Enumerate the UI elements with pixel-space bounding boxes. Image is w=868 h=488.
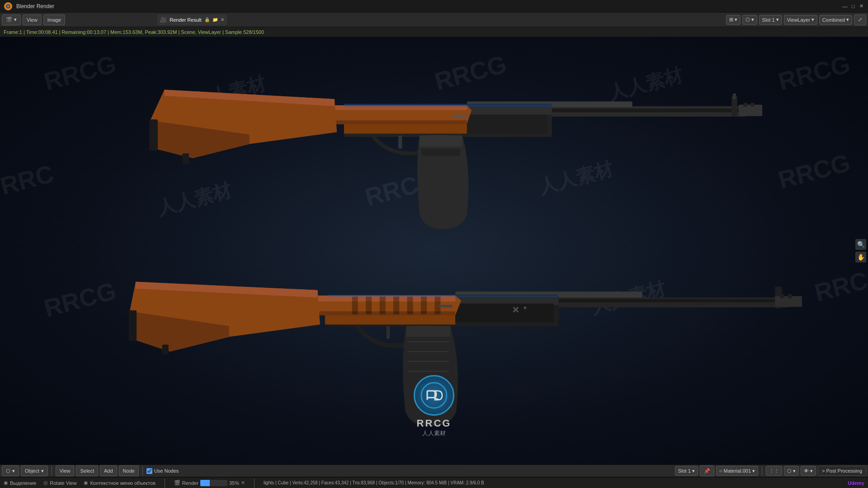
node-view-button[interactable]: View (56, 465, 75, 476)
node-slot-label: Slot 1 (678, 468, 691, 474)
combined-dropdown[interactable]: Combined ▾ (819, 15, 852, 25)
sphere-icon: ○ (719, 468, 722, 474)
post-processing-button[interactable]: > Post Processing (818, 466, 866, 476)
mouse-mid-icon: ◎ (43, 480, 48, 486)
svg-rect-14 (453, 115, 467, 117)
render-progress-fill (200, 480, 210, 486)
mouse-right-icon: ◉ (84, 480, 88, 486)
node-add-button[interactable]: Add (100, 465, 117, 476)
node-select-button[interactable]: Select (76, 465, 98, 476)
pin-icon: 📌 (704, 468, 710, 474)
node-node-label: Node (123, 468, 135, 474)
node-type-dropdown[interactable]: ⬡ ▾ (784, 466, 799, 476)
use-nodes-label: Use Nodes (154, 468, 179, 474)
slot-dropdown[interactable]: Slot 1 ▾ (759, 15, 782, 25)
logo-subtitle: 人人素材 (422, 429, 446, 437)
movie-clip-icon: 🎬 (6, 17, 12, 23)
shield-icon: 🔒 (204, 17, 210, 22)
view-layer-dropdown[interactable]: ViewLayer ▾ (784, 15, 817, 25)
node-view-label: View (60, 468, 71, 474)
render-stop-btn[interactable]: ✕ (241, 480, 245, 486)
render-layer-icon-btn[interactable]: ⬡ ▾ (742, 15, 757, 25)
udemy-label: Udemy (848, 480, 864, 486)
svg-rect-31 (393, 296, 399, 314)
render-viewport: RRCG 人人素材 RRCG 人人素材 RRCG RRC 人人素材 RRCG 人… (0, 37, 868, 465)
hand-cursor-icon[interactable]: ✋ (855, 252, 866, 263)
svg-rect-44 (162, 345, 168, 355)
node-type-icon: ⬡ (787, 468, 792, 474)
separator-1 (52, 466, 52, 475)
slot-label: Slot 1 (762, 17, 775, 23)
maximize-button[interactable]: □ (850, 3, 856, 9)
render-status-bar: Frame:1 | Time:00:08.41 | Remaining:00:1… (0, 27, 868, 37)
svg-rect-35 (128, 310, 136, 341)
svg-point-2 (7, 5, 9, 7)
view-type-dropdown[interactable]: ⊞ ▾ (726, 15, 741, 25)
svg-rect-37 (439, 305, 452, 307)
scene-info-item: lights | Cube | Verts:42,258 | Faces:43,… (264, 480, 484, 485)
node-slot-dropdown[interactable]: Slot 1 ▾ (675, 466, 698, 476)
zoom-icon[interactable]: 🔍 (855, 239, 866, 250)
image-menu-button[interactable]: Image (43, 14, 66, 25)
node-editor-toolbar: ⬡ ▾ Object ▾ View Select Add Node Use No… (0, 465, 868, 477)
editor-type-button[interactable]: 🎬 ▾ (2, 14, 21, 25)
svg-rect-33 (421, 296, 427, 314)
rotate-view-item: ◎ Rotate View (43, 480, 76, 486)
svg-rect-30 (379, 296, 385, 314)
close-tab-icon[interactable]: ✕ (221, 17, 224, 22)
render-pct: 35% (229, 480, 239, 486)
view-menu-button[interactable]: View (23, 14, 42, 25)
separator-2 (142, 466, 143, 475)
object-label: Object (25, 468, 39, 474)
logo-brand-text: RRCG 人人素材 (417, 418, 452, 437)
mouse-left-icon: ◉ (4, 480, 8, 486)
svg-rect-18 (344, 104, 552, 107)
context-menu-item: ◉ Контекстное меню объектов (84, 480, 155, 486)
bottom-status-bar: ◉ Выделение ◎ Rotate View ◉ Контекстное … (0, 477, 868, 488)
top-toolbar: 🎬 ▾ View Image 🎥 Render Result 🔒 📁 ✕ ⊞ ▾… (0, 13, 868, 27)
separator-3 (762, 466, 762, 475)
node-display-dropdown[interactable]: 👁 ▾ (801, 466, 816, 476)
svg-rect-42 (788, 294, 792, 298)
render-result-tab[interactable]: 🎥 Render Result 🔒 📁 ✕ (157, 14, 226, 25)
render-progress-item: 🎬 Render 35% ✕ (174, 480, 245, 486)
select-action-text: Выделение (10, 480, 36, 486)
grid-dots-icon: ⋮⋮ (769, 468, 779, 474)
use-nodes-checkbox[interactable]: Use Nodes (146, 468, 179, 474)
svg-rect-41 (780, 294, 784, 298)
node-right-controls[interactable]: ⋮⋮ (766, 466, 782, 476)
layers-icon: ⬡ (745, 17, 750, 23)
right-side-icons: 🔍 ✋ (855, 239, 866, 263)
svg-rect-16 (743, 103, 747, 107)
fullscreen-button[interactable]: ⤢ (854, 14, 866, 25)
minimize-button[interactable]: — (842, 3, 848, 9)
logo-rrcg: RRCG (417, 418, 452, 429)
svg-rect-43 (327, 295, 558, 297)
render-label: Render (182, 480, 198, 486)
svg-rect-13 (398, 136, 402, 149)
svg-rect-15 (739, 105, 762, 116)
camera-icon: 🎥 (160, 17, 167, 23)
node-icon: ⬡ (6, 468, 10, 474)
right-toolbar-controls: ⊞ ▾ ⬡ ▾ Slot 1 ▾ ViewLayer ▾ Combined ▾ … (726, 14, 866, 25)
render-icon: 🎬 (174, 480, 180, 486)
material-dropdown[interactable]: ○ Material.001 ▾ (716, 466, 758, 476)
node-node-button[interactable]: Node (119, 465, 139, 476)
post-processing-label: > Post Processing (822, 468, 862, 474)
material-label: Material.001 (723, 468, 751, 474)
logo-circle (414, 375, 454, 416)
svg-point-45 (421, 383, 447, 408)
combined-label: Combined (822, 17, 845, 23)
render-status-text: Frame:1 | Time:00:08.41 | Remaining:00:1… (4, 29, 264, 35)
svg-rect-28 (352, 296, 358, 314)
use-nodes-input[interactable] (146, 468, 152, 474)
view-layer-label: ViewLayer (787, 17, 810, 23)
node-add-label: Add (104, 468, 113, 474)
node-editor-type-button[interactable]: ⬡ ▾ (2, 465, 19, 476)
close-button[interactable]: ✕ (858, 3, 864, 9)
node-pin-button[interactable]: 📌 (700, 465, 714, 476)
image-label: Image (47, 17, 61, 23)
app-title: Blender Render (16, 3, 54, 9)
object-menu-button[interactable]: Object ▾ (21, 465, 48, 476)
blender-logo-icon (4, 2, 13, 11)
